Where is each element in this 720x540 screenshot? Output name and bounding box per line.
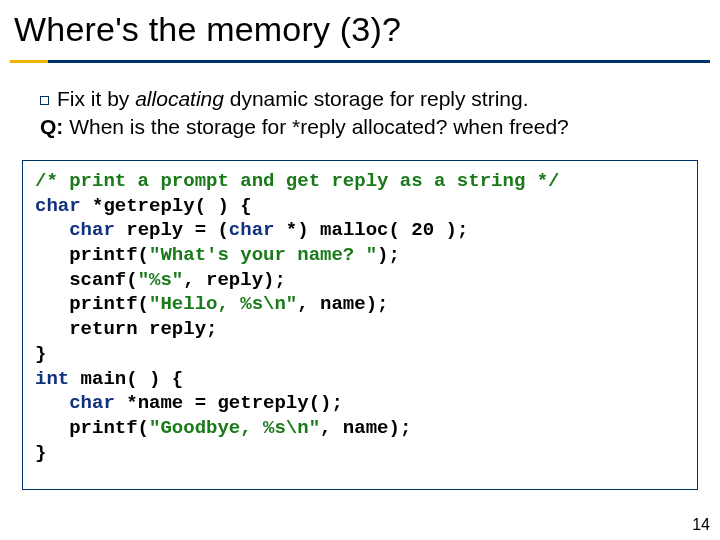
code-kw: char — [35, 219, 115, 241]
code-block: /* print a prompt and get reply as a str… — [22, 160, 698, 490]
title-underline — [10, 60, 710, 63]
code-text: } — [35, 343, 46, 365]
bullet-line: Fix it by allocating dynamic storage for… — [40, 85, 700, 113]
code-text: *getreply( ) { — [81, 195, 252, 217]
code-string: "What's your name? " — [149, 244, 377, 266]
question-line: Q: When is the storage for *reply alloca… — [40, 113, 700, 141]
code-comment: /* print a prompt and get reply as a str… — [35, 170, 560, 192]
slide-title: Where's the memory (3)? — [14, 10, 401, 49]
code-text: *) malloc( 20 ); — [274, 219, 468, 241]
question-label: Q: — [40, 115, 63, 138]
code-string: "%s" — [138, 269, 184, 291]
code-text: printf( — [35, 244, 149, 266]
title-underline-accent — [10, 60, 48, 63]
square-bullet-icon — [40, 96, 49, 105]
code-kw: char — [35, 195, 81, 217]
code-text: scanf( — [35, 269, 138, 291]
bullet-pre: Fix it by — [57, 87, 135, 110]
code-text: reply = ( — [115, 219, 229, 241]
code-text: printf( — [35, 293, 149, 315]
code-text: , reply); — [183, 269, 286, 291]
code-text: printf( — [35, 417, 149, 439]
code-kw: int — [35, 368, 69, 390]
code-kw: char — [35, 392, 115, 414]
code-text: main( ) { — [69, 368, 183, 390]
slide: Where's the memory (3)? Fix it by alloca… — [0, 0, 720, 540]
code-text: *name = getreply(); — [115, 392, 343, 414]
code-kw: char — [229, 219, 275, 241]
code-text: , name); — [320, 417, 411, 439]
code-text: ); — [377, 244, 400, 266]
bullet-italic: allocating — [135, 87, 224, 110]
bullet-post: dynamic storage for reply string. — [224, 87, 529, 110]
code-string: "Goodbye, %s\n" — [149, 417, 320, 439]
code-text: } — [35, 442, 46, 464]
question-text: When is the storage for *reply allocated… — [63, 115, 568, 138]
body-text: Fix it by allocating dynamic storage for… — [40, 85, 700, 142]
code-text: return reply; — [35, 318, 217, 340]
page-number: 14 — [692, 516, 710, 534]
code-text: , name); — [297, 293, 388, 315]
code-string: "Hello, %s\n" — [149, 293, 297, 315]
